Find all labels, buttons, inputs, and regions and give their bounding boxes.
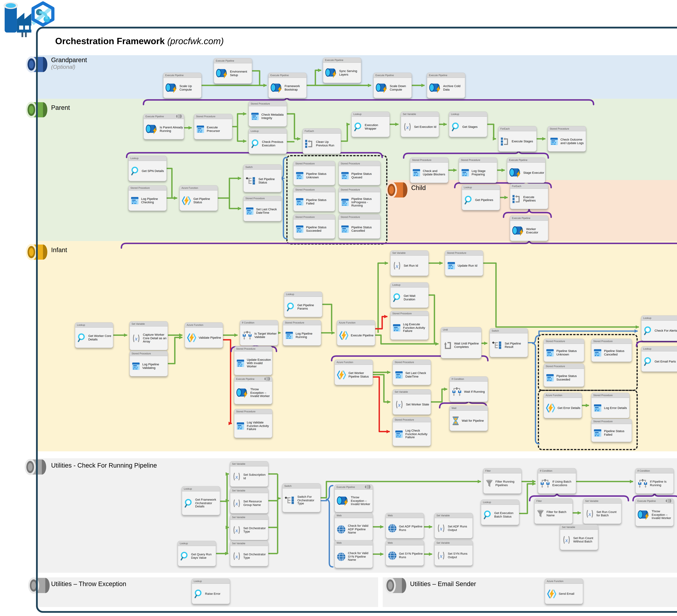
node-check-and-update-blockers: Stored ProcedureCheck and Update Blocker…	[410, 157, 448, 183]
activity-type-label: Execute Pipeline	[165, 74, 184, 77]
activity-type-label: ForEach	[512, 185, 521, 187]
node-set-worker-state: Set VariablexSet Worker State	[393, 389, 431, 415]
pipeline-cylinder-badge-icon	[665, 498, 672, 503]
node-log-stage-preparing: Stored ProcedureLog Stage Preparing	[459, 157, 497, 183]
section-label-utilities-email: Utilities – Email Sender	[410, 580, 476, 588]
activity-type-label: Set Variable	[232, 462, 245, 465]
node-label: Set Run Count Without Batch	[573, 536, 597, 543]
node-sync-serving-layers: Execute PipelineSync Serving Layers	[323, 57, 361, 83]
execute-pipeline-icon	[429, 83, 441, 93]
section-sublabel-text: (Optional)	[51, 64, 87, 70]
node-label: Get Worker Pipeline Status	[349, 371, 372, 378]
stored-procedure-icon	[447, 261, 456, 270]
set-variable-icon: x	[436, 524, 446, 533]
node-set-execution-id: Set VariablexSet Execution Id	[401, 112, 439, 137]
node-get-pipelines: LookupGet Pipelines	[462, 185, 500, 210]
node-pipeline-status-failed: Stored ProcedurePipeline Status Failed	[293, 187, 335, 211]
activity-type-label: ForEach	[500, 127, 510, 130]
azure-function-icon	[546, 589, 557, 599]
lookup-icon	[643, 326, 653, 336]
activity-type-label: Until	[443, 328, 448, 331]
activity-type-label: Azure Function	[547, 580, 563, 582]
poster: Orchestration Framework (procfwk.com) Wo…	[0, 0, 677, 616]
node-log-execute-function-activity-failure: Stored ProcedureLog Execute Function Act…	[390, 311, 428, 340]
activity-type-label: Stored Procedure	[593, 340, 613, 343]
lookup-icon	[183, 498, 193, 508]
node-pipeline-status-suceeded: Stored ProcedurePipeline Status Suceeded	[544, 363, 584, 387]
node-label: Stage Executor	[523, 171, 544, 174]
node-label: Get Wait Duration	[404, 294, 427, 301]
stored-procedure-icon	[245, 206, 255, 216]
activity-type-label: Azure Function	[187, 323, 204, 326]
activity-type-label: Stored Procedure	[251, 102, 270, 105]
activity-type-label: If Condition	[540, 469, 552, 472]
stored-procedure-icon	[131, 361, 141, 371]
node-set-resource-group-name: Set VariablexSet Resource Group Name	[230, 488, 268, 514]
node-label: Pipeline Status Suceeded	[556, 374, 583, 381]
node-execute-pipelines: ForEachExecute Pipelines	[510, 183, 548, 209]
node-get-execution-batch-status: LookupGet Execution Batch Status	[481, 499, 519, 525]
section-label-text: Utilities - Check For Running Pipeline	[51, 462, 157, 469]
node-label: Check for Valid SYN Pipeline Name	[348, 552, 372, 562]
node-label: Get Pipeline Status	[193, 197, 217, 204]
activity-type-label: Lookup	[392, 283, 400, 286]
node-execute-precursor: Stored ProcedureExecute Precursor	[194, 114, 232, 139]
if-condition-icon	[451, 387, 462, 397]
stored-procedure-icon	[130, 196, 139, 205]
activity-type-label: Stored Procedure	[245, 197, 265, 200]
svg-text:x: x	[565, 537, 568, 543]
set-variable-icon: x	[131, 334, 141, 343]
activity-type-label: Stored Procedure	[593, 394, 613, 397]
node-label: Set Execution Id	[414, 125, 436, 129]
node-label: Check Metadata Integrity	[261, 113, 286, 120]
activity-type-label: Lookup	[77, 323, 85, 326]
stored-procedure-icon	[392, 323, 401, 333]
svg-text:x: x	[235, 500, 238, 507]
set-variable-icon: x	[561, 535, 572, 544]
lookup-icon	[193, 589, 203, 599]
stored-procedure-icon	[251, 112, 260, 121]
activity-type-label: Stored Procedure	[550, 127, 569, 130]
section-label-text: Utilities – Throw Exception	[51, 580, 126, 587]
node-label: Set Orchestrator Type	[243, 553, 267, 559]
activity-type-label: Web	[336, 541, 342, 544]
section-cylinder-icon-utilities-throw	[28, 577, 51, 595]
stored-procedure-icon	[545, 348, 555, 357]
node-pipeline-status-succeeded: Stored ProcedurePipeline Status Succeede…	[293, 214, 335, 239]
web-globe-icon	[336, 552, 346, 562]
activity-type-label: Stored Procedure	[236, 347, 256, 350]
node-label: Scale Down Compute	[390, 85, 411, 91]
node-label: Get Email Parts	[655, 360, 676, 363]
node-label: Pipeline Status Cancelled	[351, 226, 379, 232]
node-label: Environment Setup	[230, 70, 251, 77]
activity-type-label: Stored Procedure	[295, 215, 315, 218]
node-set-pipeline-status: SwitchSet Pipeline Status	[243, 164, 282, 192]
node-pipeline-status-unknown-2: Stored ProcedurePipeline Status Unknown	[544, 339, 584, 362]
node-label: Check Outcome and Update Logs	[560, 138, 585, 145]
switch-icon	[284, 496, 296, 505]
stored-procedure-icon	[285, 331, 294, 340]
node-get-worker-core-details: LookupGet Worker Core Details	[75, 322, 113, 348]
node-label: Log Error Details	[604, 406, 627, 410]
activity-type-label: Web	[388, 541, 393, 544]
node-check-previous-execution: LookupCheck Previous Execution	[249, 128, 287, 154]
node-scale-down-compute: Execute PipelineScale Down Compute	[373, 73, 412, 98]
node-label: Filter Running Pipelines	[495, 480, 520, 487]
node-archive-cold-data: Execute PipelineArchive Cold Data	[427, 73, 465, 98]
stored-procedure-icon	[395, 370, 404, 380]
node-label: Capture Worker Core Detail as an Array	[143, 333, 167, 343]
lookup-icon	[286, 302, 296, 312]
svg-text:x: x	[135, 335, 137, 342]
node-label: Pipeline Status Cancelled	[604, 349, 631, 356]
node-set-last-check-datetime-2: Stored ProcedureSet Last Check DateTime	[393, 359, 431, 385]
node-label: Check Previous Execution	[262, 140, 286, 147]
activity-type-label: Stored Procedure	[395, 418, 414, 421]
activity-type-label: Stored Procedure	[196, 115, 215, 118]
activity-type-label: Lookup	[451, 113, 459, 116]
node-label: Set Run Count for Batch	[596, 510, 620, 517]
node-set-pipeline-result: SwitchSet Pipeline Result	[490, 328, 528, 357]
node-get-pipeline-params: LookupGet Pipeline Params	[284, 292, 322, 317]
execute-pipeline-icon	[270, 83, 283, 93]
node-label: Execute Pipeline	[351, 334, 373, 337]
node-label: Get SPN Details	[142, 169, 164, 173]
